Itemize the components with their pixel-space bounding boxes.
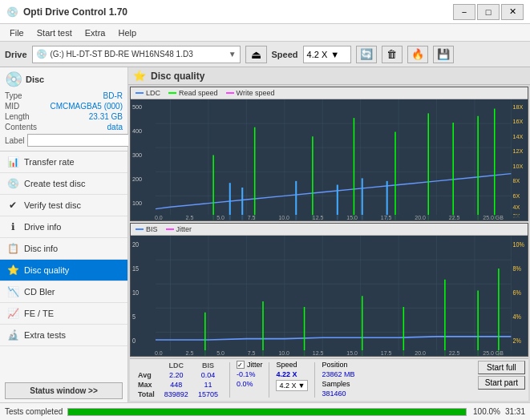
- stats-col-bis: BIS: [193, 361, 223, 370]
- menu-help[interactable]: Help: [111, 26, 143, 39]
- disc-type-value: BD-R: [103, 91, 123, 100]
- nav-extra-tests-label: Extra tests: [24, 330, 66, 340]
- chart2-body: 20 15 10 5 0 10% 8% 6% 4% 2% 0.0: [131, 236, 528, 357]
- x-label: 7.5: [248, 215, 256, 220]
- sidebar-item-verify-test-disc[interactable]: ✔ Verify test disc: [0, 195, 127, 216]
- app-title: Opti Drive Control 1.70: [23, 6, 127, 18]
- position-section: Position 23862 MB Samples 381460: [322, 361, 354, 398]
- fe-te-icon: 📈: [6, 307, 19, 320]
- read-speed-color: [168, 92, 176, 94]
- svg-text:18X: 18X: [512, 103, 523, 111]
- refresh-button[interactable]: 🔄: [356, 46, 377, 63]
- drive-selector[interactable]: 💿 (G:) HL-DT-ST BD-RE WH16NS48 1.D3 ▼: [32, 46, 241, 63]
- stats-max-label: Max: [133, 380, 160, 390]
- x-label: 22.5: [449, 350, 460, 356]
- svg-text:15: 15: [132, 263, 139, 272]
- stats-avg-bis: 0.04: [193, 370, 223, 380]
- x-label: 5.0: [216, 215, 225, 220]
- sidebar-item-disc-info[interactable]: 📋 Disc info: [0, 238, 127, 260]
- stats-table: LDC BIS Avg 2.20 0.04 Max 448 11 Total: [133, 361, 223, 399]
- disc-section-header: 💿 Disc: [5, 71, 123, 88]
- drivebar: Drive 💿 (G:) HL-DT-ST BD-RE WH16NS48 1.D…: [0, 42, 530, 67]
- read-speed-label: Read speed: [179, 89, 218, 97]
- maximize-button[interactable]: □: [477, 4, 500, 20]
- status-window-button[interactable]: Status window >>: [5, 382, 123, 399]
- menu-start-test[interactable]: Start test: [30, 26, 79, 39]
- erase-button[interactable]: 🗑: [382, 46, 403, 63]
- svg-text:2%: 2%: [512, 336, 521, 345]
- disc-type-row: Type BD-R: [5, 91, 123, 100]
- disc-quality-icon: ⭐: [6, 264, 19, 277]
- stats-total-label: Total: [133, 390, 160, 399]
- disc-label-input[interactable]: [27, 134, 134, 147]
- position-value: 23862 MB: [322, 370, 354, 378]
- content-area: ⭐ Disc quality LDC Read speed: [128, 67, 530, 402]
- ldc-label: LDC: [146, 89, 160, 97]
- disc-mid-value: CMCMAGBA5 (000): [50, 102, 123, 111]
- samples-value: 381460: [322, 390, 354, 398]
- stats-max-bis: 11: [193, 380, 223, 390]
- speed-stats-label: Speed: [276, 361, 308, 369]
- disc-contents-label: Contents: [5, 123, 37, 131]
- start-part-button[interactable]: Start part: [478, 376, 525, 390]
- disc-length-row: Length 23.31 GB: [5, 112, 123, 121]
- sidebar-item-create-test-disc[interactable]: 💿 Create test disc: [0, 173, 127, 195]
- speed-select-dropdown[interactable]: 4.2 X ▼: [276, 380, 308, 391]
- disc-header-label: Disc: [26, 75, 44, 84]
- nav-cd-bler-label: CD Bler: [24, 287, 55, 297]
- menubar: File Start test Extra Help: [0, 24, 530, 42]
- jitter-avg-value: -0.1%: [237, 370, 263, 378]
- disc-info-icon: 📋: [6, 242, 19, 255]
- x-label: 17.5: [381, 215, 392, 220]
- sidebar-item-extra-tests[interactable]: 🔬 Extra tests: [0, 325, 127, 346]
- x-label: 2.5: [186, 350, 194, 356]
- jitter-checkbox[interactable]: ✓: [237, 361, 245, 369]
- legend-jitter: Jitter: [166, 225, 192, 233]
- jitter-label: Jitter: [247, 361, 263, 369]
- speed-selector[interactable]: 4.2 X ▼: [303, 46, 351, 63]
- stats-max-ldc: 448: [160, 380, 193, 390]
- disc-info-section: 💿 Disc Type BD-R MID CMCMAGBA5 (000) Len…: [0, 67, 127, 151]
- sidebar-item-disc-quality[interactable]: ⭐ Disc quality: [0, 260, 127, 281]
- minimize-button[interactable]: −: [453, 4, 475, 20]
- cd-bler-icon: 📉: [6, 285, 19, 298]
- x-label: 20.0: [415, 350, 426, 356]
- sidebar-item-transfer-rate[interactable]: 📊 Transfer rate: [0, 151, 127, 173]
- svg-text:0: 0: [132, 336, 136, 345]
- chart1-x-labels: 0.0 2.5 5.0 7.5 10.0 12.5 15.0 17.5 20.0…: [131, 215, 528, 220]
- disc-icon: 💿: [5, 71, 22, 88]
- bis-label: BIS: [146, 225, 158, 233]
- disc-type-label: Type: [5, 91, 22, 100]
- chart1: LDC Read speed Write speed: [130, 87, 528, 221]
- elapsed-time: 31:31: [505, 407, 525, 416]
- svg-text:6X: 6X: [512, 192, 520, 200]
- close-button[interactable]: ✕: [501, 4, 524, 20]
- sidebar-item-cd-bler[interactable]: 📉 CD Bler: [0, 281, 127, 303]
- sidebar-item-fe-te[interactable]: 📈 FE / TE: [0, 303, 127, 325]
- panel-header: ⭐ Disc quality: [128, 67, 530, 85]
- svg-text:14X: 14X: [512, 132, 523, 140]
- start-full-button[interactable]: Start full: [478, 361, 525, 374]
- save-button[interactable]: 💾: [433, 46, 454, 63]
- panel-title: Disc quality: [151, 71, 204, 82]
- main-area: 💿 Disc Type BD-R MID CMCMAGBA5 (000) Len…: [0, 67, 530, 402]
- svg-text:4%: 4%: [512, 311, 521, 320]
- progress-percentage: 100.0%: [471, 407, 500, 416]
- x-label: 2.5: [186, 215, 194, 220]
- extra-tests-icon: 🔬: [6, 329, 19, 341]
- svg-text:10X: 10X: [512, 162, 523, 170]
- svg-rect-0: [131, 99, 528, 220]
- nav-disc-info-label: Disc info: [24, 244, 58, 253]
- sidebar: 💿 Disc Type BD-R MID CMCMAGBA5 (000) Len…: [0, 67, 128, 402]
- stats-total-ldc: 839892: [160, 390, 193, 399]
- jitter-header: ✓ Jitter: [237, 361, 263, 369]
- stats-area: LDC BIS Avg 2.20 0.04 Max 448 11 Total: [130, 358, 528, 401]
- svg-text:6%: 6%: [512, 287, 521, 296]
- drive-label: Drive: [5, 50, 27, 59]
- eject-button[interactable]: ⏏: [245, 46, 267, 63]
- menu-file[interactable]: File: [3, 26, 30, 39]
- start-buttons: Start full Start part: [478, 361, 525, 390]
- burn-button[interactable]: 🔥: [407, 46, 428, 63]
- menu-extra[interactable]: Extra: [79, 26, 112, 39]
- sidebar-item-drive-info[interactable]: ℹ Drive info: [0, 216, 127, 238]
